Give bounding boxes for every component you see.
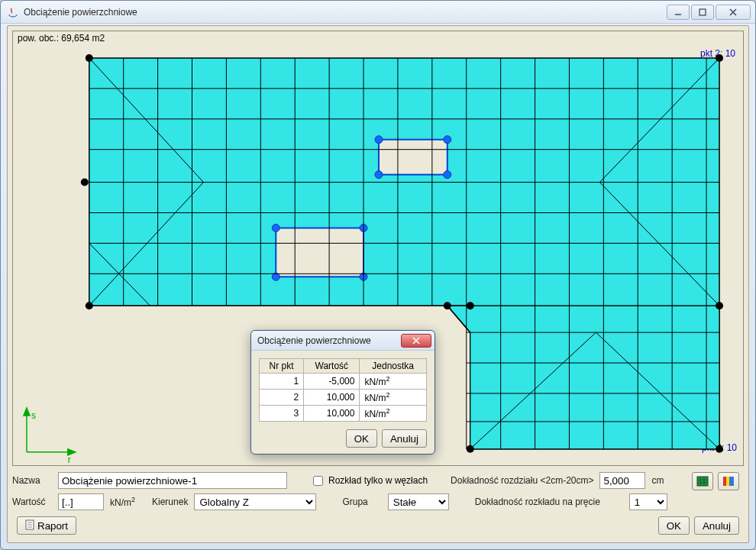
window-title: Obciążenie powierzchniowe — [24, 7, 667, 18]
svg-point-57 — [81, 179, 89, 186]
kierunek-select[interactable]: Globalny Z — [194, 493, 316, 510]
values-dialog-title: Obciążenie powierzchniowe — [257, 335, 401, 346]
col-jednostka: Jednostka — [360, 359, 427, 374]
values-dialog-anuluj-button[interactable]: Anuluj — [382, 429, 427, 448]
mesh-settings-button[interactable] — [692, 472, 713, 490]
svg-point-5 — [375, 136, 383, 144]
svg-point-7 — [375, 171, 383, 179]
anuluj-button[interactable]: Anuluj — [694, 516, 739, 535]
nazwa-label: Nazwa — [12, 475, 52, 486]
svg-point-52 — [716, 445, 723, 453]
hole-1 — [379, 140, 447, 175]
dokladnosc-rozdzialu-unit: cm — [651, 475, 664, 486]
grupa-select[interactable]: Stałe — [388, 493, 449, 510]
svg-point-53 — [467, 445, 474, 453]
nazwa-input[interactable] — [58, 472, 287, 489]
maximize-button[interactable] — [691, 5, 714, 20]
client-area: pow. obc.: 69,654 m2 pkt 1: -5 pkt 2: 10… — [7, 25, 749, 543]
titlebar[interactable]: Obciążenie powierzchniowe — [1, 1, 755, 24]
dokladnosc-rozdzialu-label: Dokładność rozdziału <2cm-20cm> — [451, 475, 593, 486]
svg-rect-68 — [723, 477, 726, 486]
values-dialog[interactable]: Obciążenie powierzchniowe Nr pkt Wartość… — [250, 330, 435, 455]
col-wartosc: Wartość — [304, 359, 360, 374]
svg-rect-63 — [697, 477, 708, 486]
dokladnosc-rozdzialu-input[interactable] — [599, 472, 645, 489]
wartosc-unit: kN/m2 — [110, 496, 135, 508]
svg-rect-70 — [729, 477, 734, 486]
svg-point-55 — [444, 302, 451, 309]
svg-point-6 — [444, 136, 451, 144]
table-row[interactable]: 2 10,000 kN/m2 — [260, 390, 427, 406]
report-icon — [25, 519, 34, 532]
values-table[interactable]: Nr pkt Wartość Jednostka 1 -5,000 kN/m2 … — [259, 358, 427, 422]
wartosc-input[interactable] — [58, 493, 104, 510]
kierunek-label: Kierunek — [152, 497, 188, 507]
minimize-button[interactable] — [667, 5, 690, 20]
svg-point-54 — [467, 302, 474, 309]
svg-point-56 — [86, 302, 93, 309]
svg-point-58 — [716, 302, 723, 309]
rozklad-wezly-checkbox[interactable]: Rozkład tylko w węzłach — [310, 474, 428, 488]
dokladnosc-precie-select[interactable]: 1 — [629, 493, 667, 510]
close-button[interactable] — [716, 5, 751, 20]
axis-r-label: r — [68, 455, 71, 465]
col-nr: Nr pkt — [260, 359, 304, 374]
values-dialog-titlebar[interactable]: Obciążenie powierzchniowe — [251, 331, 435, 351]
table-row[interactable]: 1 -5,000 kN/m2 — [260, 374, 427, 390]
axis-s-label: s — [31, 410, 36, 421]
java-app-icon — [7, 6, 19, 18]
wartosc-label: Wartość — [12, 497, 52, 507]
table-row[interactable]: 3 10,000 kN/m2 — [260, 406, 427, 422]
svg-rect-69 — [726, 477, 729, 486]
values-dialog-close-button[interactable] — [401, 334, 431, 348]
svg-point-50 — [86, 54, 93, 62]
form-area: Nazwa Rozkład tylko w węzłach Dokładność… — [12, 472, 744, 539]
ok-button[interactable]: OK — [658, 516, 690, 535]
values-dialog-ok-button[interactable]: OK — [346, 429, 377, 448]
hole-2 — [276, 228, 363, 277]
dokladnosc-precie-label: Dokładność rozkładu na pręcie — [475, 497, 600, 507]
svg-point-51 — [716, 54, 723, 62]
main-window: Obciążenie powierzchniowe pow. obc.: 69,… — [0, 0, 756, 550]
svg-rect-1 — [699, 9, 706, 15]
svg-point-9 — [272, 224, 279, 231]
svg-marker-60 — [24, 408, 30, 416]
raport-button[interactable]: Raport — [17, 516, 76, 535]
grupa-label: Grupa — [342, 497, 367, 507]
rozklad-wezly-input[interactable] — [313, 476, 323, 486]
svg-point-11 — [272, 273, 279, 280]
color-map-button[interactable] — [718, 472, 739, 490]
svg-point-8 — [444, 171, 451, 179]
